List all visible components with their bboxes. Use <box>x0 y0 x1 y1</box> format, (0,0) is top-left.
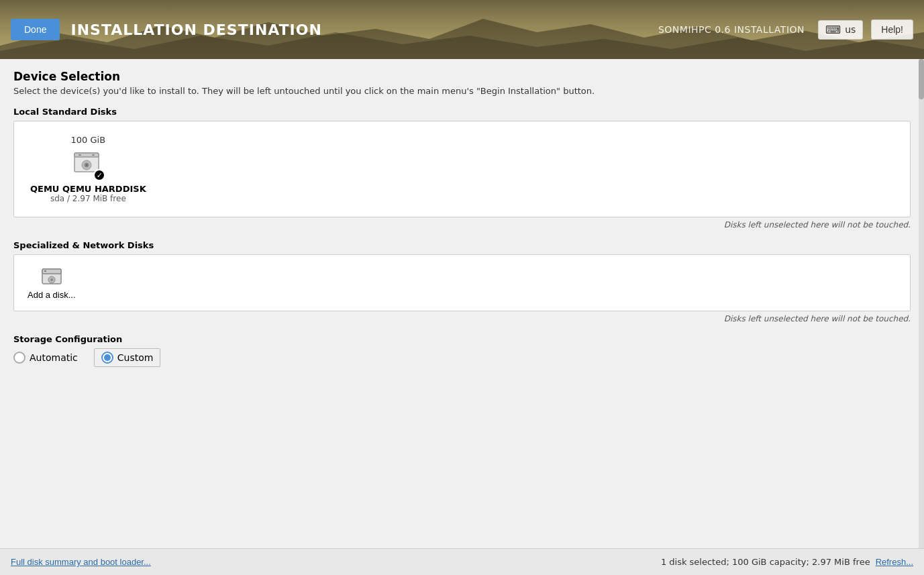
device-selection-title: Device Selection <box>13 70 911 83</box>
local-disks-container: 100 GiB ✓ QEMU QEMU HARDDISK sda / <box>13 121 911 217</box>
device-selection-subtitle: Select the device(s) you'd like to insta… <box>13 86 911 96</box>
svg-rect-8 <box>92 154 95 156</box>
footer-right: 1 disk selected; 100 GiB capacity; 2.97 … <box>661 557 913 567</box>
page-title: INSTALLATION DESTINATION <box>70 21 321 38</box>
header-left: Done INSTALLATION DESTINATION <box>11 19 322 40</box>
specialized-container: Add a disk... <box>13 254 911 311</box>
automatic-label: Automatic <box>30 352 78 363</box>
install-title: SONMIHPC 0.6 INSTALLATION <box>658 24 805 35</box>
add-disk-button[interactable]: Add a disk... <box>22 263 81 303</box>
specialized-disk-note: Disks left unselected here will not be t… <box>13 314 911 323</box>
storage-config-options: Automatic Custom <box>13 348 911 367</box>
svg-rect-7 <box>79 154 81 156</box>
specialized-label: Specialized & Network Disks <box>13 240 911 250</box>
disk-icon-wrapper: ✓ <box>72 148 104 180</box>
storage-configuration: Storage Configuration Automatic Custom <box>13 334 911 367</box>
keyboard-indicator[interactable]: ⌨ us <box>818 20 863 40</box>
custom-option[interactable]: Custom <box>94 348 161 367</box>
scrollbar-thumb[interactable] <box>919 59 924 99</box>
svg-point-6 <box>86 164 87 166</box>
add-disk-icon <box>41 266 62 287</box>
storage-config-label: Storage Configuration <box>13 334 911 344</box>
keyboard-lang: us <box>845 24 856 35</box>
done-button[interactable]: Done <box>11 19 60 40</box>
svg-point-12 <box>50 278 53 281</box>
help-button[interactable]: Help! <box>871 19 913 40</box>
automatic-radio[interactable] <box>13 352 25 364</box>
local-disk-note: Disks left unselected here will not be t… <box>13 220 911 229</box>
full-disk-summary-link[interactable]: Full disk summary and boot loader... <box>11 557 151 567</box>
add-disk-label: Add a disk... <box>28 290 76 300</box>
svg-rect-3 <box>74 153 99 157</box>
custom-radio[interactable] <box>101 352 113 364</box>
footer-status: 1 disk selected; 100 GiB capacity; 2.97 … <box>661 557 870 567</box>
local-disks-label: Local Standard Disks <box>13 107 911 117</box>
footer: Full disk summary and boot loader... 1 d… <box>0 548 924 575</box>
disk-selected-check: ✓ <box>93 169 105 181</box>
disk-item[interactable]: 100 GiB ✓ QEMU QEMU HARDDISK sda / <box>22 129 154 209</box>
header: Done INSTALLATION DESTINATION SONMIHPC 0… <box>0 0 924 59</box>
main-content: Device Selection Select the device(s) yo… <box>0 59 924 548</box>
header-right: SONMIHPC 0.6 INSTALLATION ⌨ us Help! <box>658 19 913 40</box>
disk-info: sda / 2.97 MiB free <box>50 194 126 203</box>
automatic-option[interactable]: Automatic <box>13 352 78 364</box>
disk-name: QEMU QEMU HARDDISK <box>30 184 146 194</box>
refresh-button[interactable]: Refresh... <box>876 557 913 567</box>
disk-size: 100 GiB <box>71 135 106 145</box>
keyboard-icon: ⌨ <box>825 23 841 36</box>
svg-rect-13 <box>44 270 46 272</box>
custom-label: Custom <box>117 352 154 363</box>
scrollbar[interactable] <box>919 59 924 548</box>
